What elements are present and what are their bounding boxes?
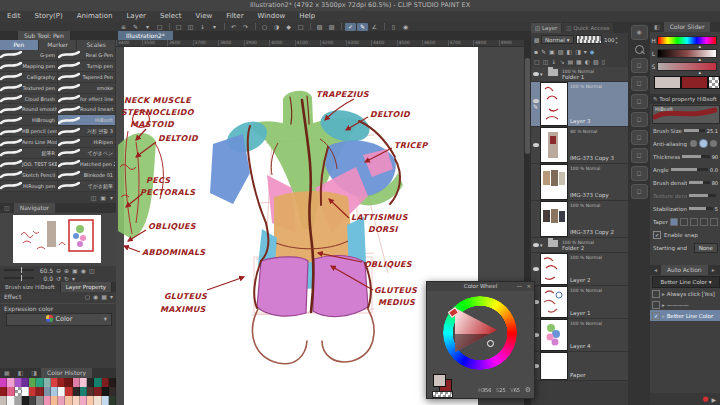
checkbox-icon[interactable]: ✓ — [653, 231, 661, 239]
set-ruler-icon[interactable]: ◨ — [575, 48, 581, 55]
layer-row[interactable]: ▾100 % NormalFolder 1 — [531, 67, 628, 82]
menu-animation[interactable]: Animation — [70, 11, 120, 22]
color-swatch[interactable] — [44, 396, 51, 405]
next-palette-icon[interactable]: ▸ — [708, 265, 719, 275]
action-checkbox[interactable]: ✓ — [652, 312, 660, 320]
auto-action-item[interactable]: ✓▸Better Line Color — [650, 310, 720, 321]
color-swatch[interactable] — [0, 387, 7, 396]
redo-icon[interactable]: ↷ — [240, 23, 251, 31]
zoom-in-icon[interactable]: ⊕ — [64, 267, 69, 274]
color-swatch[interactable] — [102, 387, 109, 396]
new-folder-icon[interactable]: ◫ — [543, 58, 549, 65]
color-swatch[interactable] — [7, 378, 14, 387]
search-material-icon[interactable] — [635, 45, 644, 54]
tab-pen[interactable]: Pen — [0, 40, 39, 50]
layer-row[interactable]: 100 % NomalIMG-373 Copy 2 — [531, 201, 628, 238]
taper-option[interactable] — [670, 218, 678, 226]
layer-visibility[interactable] — [531, 67, 540, 81]
material-category-icon[interactable]: ◻ — [631, 58, 648, 73]
brush-item[interactable]: HB pencil (ver 2) — [0, 126, 58, 137]
auto-action-item[interactable]: ▸———— — [650, 299, 720, 310]
brush-item[interactable]: てがき鉛筆 — [58, 181, 116, 192]
approx-color-icon[interactable]: ◨ — [27, 368, 41, 378]
brush-item[interactable]: HiRipen — [58, 137, 116, 148]
menu-layer[interactable]: Layer — [119, 11, 153, 22]
layer-row[interactable]: 100 % NomalIMG-373 Copy — [531, 164, 628, 201]
eye-icon[interactable] — [533, 143, 539, 147]
layer-thumbnail[interactable] — [540, 164, 568, 200]
menu-window[interactable]: Window — [251, 11, 293, 22]
add-subtool-icon[interactable]: ◫ — [91, 194, 97, 201]
color-swatch[interactable] — [94, 396, 101, 405]
brush-item[interactable]: Tapered Pen — [58, 72, 116, 83]
color-swatch[interactable] — [94, 378, 101, 387]
tone-effect-icon[interactable]: ◉ — [93, 293, 98, 300]
snap-on-icon[interactable]: ✓ — [345, 23, 356, 31]
color-swatch[interactable] — [51, 396, 58, 405]
material-category-icon[interactable]: ◻ — [631, 148, 648, 163]
color-swatch[interactable] — [102, 378, 109, 387]
combine-copy-icon[interactable]: ▤ — [567, 58, 573, 65]
color-swatch[interactable] — [7, 387, 14, 396]
wheel-main-color[interactable] — [433, 374, 446, 387]
anti-aliasing-option[interactable] — [700, 140, 707, 147]
rotation-slider[interactable] — [4, 277, 34, 279]
main-color-swatch[interactable] — [654, 76, 681, 89]
taper-option[interactable] — [710, 218, 718, 226]
brush-item[interactable]: てがきペン — [58, 148, 116, 159]
tp-slider[interactable] — [689, 207, 713, 210]
brush-item[interactable]: Hatched pen 2 — [58, 159, 116, 170]
color-swatch[interactable] — [51, 387, 58, 396]
opacity-slider[interactable] — [576, 35, 602, 44]
brush-item[interactable]: 鉛筆R — [0, 148, 58, 159]
color-swatch[interactable] — [73, 396, 80, 405]
tp-slider[interactable] — [689, 181, 710, 184]
taper-option[interactable] — [700, 218, 708, 226]
layer-visibility[interactable] — [531, 164, 540, 200]
layer-thumbnail[interactable] — [540, 201, 568, 237]
material-category-icon[interactable]: ◻ — [631, 94, 648, 109]
save-dropdown-icon[interactable]: ▾ — [209, 23, 220, 31]
material-category-icon[interactable]: ◻ — [631, 112, 648, 127]
prev-palette-icon[interactable]: ◂ — [650, 265, 661, 275]
color-swatch[interactable] — [0, 396, 7, 405]
color-swatch[interactable] — [94, 387, 101, 396]
sub-tool-panel-tab[interactable]: Sub Tool: Pen — [18, 31, 70, 40]
brush-item[interactable]: G-pen — [0, 50, 58, 61]
merge-down-icon[interactable]: ↘ — [559, 58, 564, 65]
brush-item[interactable]: HiRough pen — [0, 181, 58, 192]
color-swatch[interactable] — [73, 378, 80, 387]
flip-view-icon[interactable]: ◫ — [89, 267, 95, 274]
color-swatch[interactable] — [73, 387, 80, 396]
layer-row[interactable]: 100 % NormalLayer 2 — [531, 253, 628, 286]
reference-icon[interactable]: ◉ — [400, 23, 411, 31]
layer-visibility[interactable] — [531, 127, 540, 163]
color-swatch[interactable] — [80, 378, 87, 387]
menu-select[interactable]: Select — [153, 11, 189, 22]
lock-layer-icon[interactable]: ▣ — [549, 48, 555, 55]
layer-thumbnail[interactable] — [540, 319, 568, 351]
invert-selection-icon[interactable]: ◑ — [271, 23, 282, 31]
color-swatch[interactable] — [109, 387, 116, 396]
anti-aliasing-option[interactable] — [710, 140, 717, 147]
duplicate-subtool-icon[interactable]: ▣ — [100, 194, 106, 201]
menu-help[interactable]: Help — [292, 11, 322, 22]
enable-mask-icon[interactable]: ◧ — [566, 48, 572, 55]
material-category-icon[interactable]: ◻ — [631, 166, 648, 181]
expression-color-select[interactable]: Color ▾ — [6, 313, 112, 326]
navigator-thumbnail[interactable] — [13, 215, 101, 263]
pin-icon[interactable]: ▪ — [534, 48, 538, 55]
layer-row[interactable]: 100 % NormalLayer 1 — [531, 286, 628, 319]
color-swatch[interactable] — [36, 387, 43, 396]
taper-option[interactable] — [690, 218, 698, 226]
color-swatch[interactable] — [15, 387, 22, 396]
brush-item[interactable]: smoke — [58, 83, 116, 94]
lock-transparent-icon[interactable]: ▨ — [558, 48, 564, 55]
tab-auto-action[interactable]: Auto Action — [661, 265, 708, 275]
auto-action-item[interactable]: ▸Always click [Yes] — [650, 288, 720, 299]
menu-storyp[interactable]: Story(P) — [28, 11, 70, 22]
navigator-thumb-icon[interactable]: ◫ — [0, 203, 14, 213]
transfer-layer-icon[interactable]: ↓ — [551, 58, 556, 65]
brush-item[interactable]: Mapping pen — [0, 61, 58, 72]
tp-slider[interactable] — [684, 129, 705, 132]
